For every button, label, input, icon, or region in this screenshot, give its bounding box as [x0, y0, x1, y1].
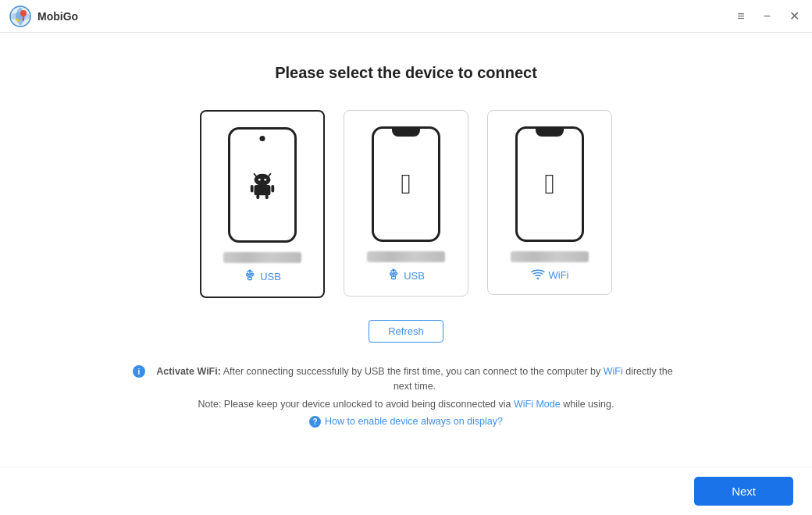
svg-point-7	[255, 174, 271, 186]
menu-icon: ≡	[737, 9, 744, 23]
info-icon: i	[133, 365, 145, 378]
device-name-android	[223, 252, 301, 263]
minimize-button[interactable]: −	[760, 6, 774, 27]
close-icon: ✕	[789, 9, 800, 23]
apple-logo-wifi-icon: 	[544, 170, 554, 198]
wifi-svg-icon	[531, 268, 545, 279]
usb-svg-icon-ios	[387, 268, 400, 281]
wifi-icon	[531, 268, 545, 282]
next-button[interactable]: Next	[694, 477, 793, 506]
device-name-ios-wifi	[511, 251, 589, 262]
svg-rect-20	[392, 276, 396, 279]
device-card-ios-wifi[interactable]:  WiFi	[487, 110, 612, 295]
usb-label-android: USB	[260, 271, 281, 282]
usb-icon	[244, 269, 256, 284]
svg-rect-12	[271, 185, 274, 193]
bottom-bar: Next	[0, 467, 812, 515]
svg-rect-23	[395, 273, 397, 275]
svg-point-4	[20, 10, 27, 16]
svg-point-9	[264, 179, 266, 181]
device-cards: USB 	[200, 110, 612, 298]
usb-icon-ios	[387, 268, 400, 283]
minimize-icon: −	[764, 9, 771, 23]
connection-type-ios-usb: USB	[387, 268, 425, 283]
usb-label-ios: USB	[404, 270, 425, 282]
refresh-button[interactable]: Refresh	[369, 320, 443, 343]
svg-point-25	[536, 278, 539, 280]
titlebar: MobiGo ≡ − ✕	[0, 0, 812, 33]
activate-wifi-text: Activate WiFi: After connecting successf…	[150, 364, 679, 394]
apple-logo-icon: 	[401, 170, 411, 198]
connection-type-ios-wifi: WiFi	[531, 268, 569, 282]
phone-ios-usb-illustration: 	[372, 126, 440, 242]
page-title: Please select the device to connect	[275, 64, 537, 82]
svg-rect-13	[256, 194, 259, 199]
device-card-android-usb[interactable]: USB	[200, 110, 325, 298]
svg-rect-14	[265, 194, 269, 199]
menu-button[interactable]: ≡	[734, 6, 747, 27]
usb-svg-icon	[244, 269, 256, 282]
android-icon	[248, 170, 277, 200]
help-icon: ?	[309, 416, 321, 428]
wifi-label: WiFi	[549, 269, 569, 281]
svg-point-8	[258, 179, 261, 181]
device-card-ios-usb[interactable]:  USB	[344, 110, 468, 297]
svg-rect-10	[255, 185, 271, 195]
svg-rect-15	[248, 277, 252, 280]
svg-rect-11	[251, 185, 254, 193]
help-link-text: How to enable device always on display?	[325, 416, 503, 427]
close-button[interactable]: ✕	[786, 5, 803, 27]
activate-wifi-row: i Activate WiFi: After connecting succes…	[133, 364, 679, 394]
help-link[interactable]: ? How to enable device always on display…	[133, 416, 679, 428]
info-section: i Activate WiFi: After connecting succes…	[133, 364, 679, 428]
phone-body-android	[228, 127, 297, 243]
svg-point-2	[10, 12, 30, 20]
phone-ios-wifi-illustration: 	[515, 126, 584, 242]
app-logo-icon	[9, 5, 31, 27]
connection-type-android-usb: USB	[244, 269, 281, 284]
titlebar-left: MobiGo	[9, 5, 78, 27]
phone-body-ios-usb: 	[372, 126, 440, 242]
main-content: Please select the device to connect	[0, 33, 812, 467]
phone-body-ios-wifi: 	[515, 126, 584, 242]
note-text: Note: Please keep your device unlocked t…	[133, 399, 679, 410]
phone-android-illustration	[228, 127, 297, 243]
titlebar-controls: ≡ − ✕	[734, 5, 803, 27]
svg-rect-18	[251, 274, 254, 275]
app-title: MobiGo	[37, 10, 78, 23]
device-name-ios-usb	[367, 251, 445, 262]
